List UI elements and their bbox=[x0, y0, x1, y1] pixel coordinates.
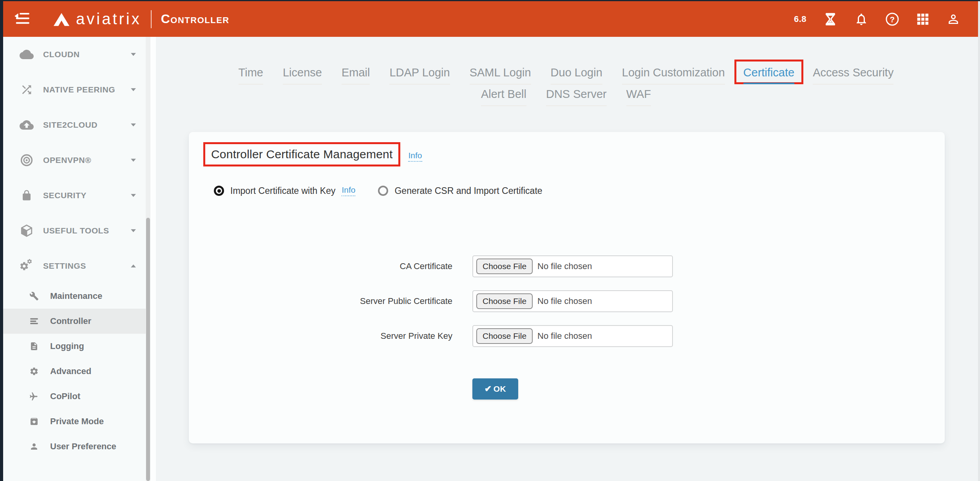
cloud-icon bbox=[19, 47, 34, 61]
settings-tabs-row-2: Alert Bell DNS Server WAF bbox=[156, 88, 976, 106]
choose-file-button[interactable]: Choose File bbox=[476, 293, 533, 309]
no-file-chosen-text: No file chosen bbox=[537, 331, 592, 341]
no-file-chosen-text: No file chosen bbox=[537, 261, 592, 271]
radio-generate-csr[interactable]: Generate CSR and Import Certificate bbox=[378, 186, 542, 196]
tab-ldap-login[interactable]: LDAP Login bbox=[389, 66, 450, 85]
sidebar-item-settings[interactable]: SETTINGS bbox=[3, 248, 146, 284]
chevron-down-icon bbox=[130, 52, 136, 56]
sidebar: CLOUDN NATIVE PEERING SITE2CLOUD bbox=[3, 37, 146, 481]
shuffle-icon bbox=[19, 83, 34, 96]
sidebar-item-logging[interactable]: Logging bbox=[3, 334, 146, 359]
sidebar-item-site2cloud[interactable]: SITE2CLOUD bbox=[3, 107, 146, 143]
tab-waf[interactable]: WAF bbox=[626, 88, 651, 106]
tab-license[interactable]: License bbox=[283, 66, 322, 85]
sidebar-item-advanced[interactable]: Advanced bbox=[3, 359, 146, 384]
settings-tabs-row-1: Time License Email LDAP Login SAML Login… bbox=[156, 60, 976, 85]
svg-text:?: ? bbox=[890, 15, 895, 24]
choose-file-button[interactable]: Choose File bbox=[476, 259, 533, 274]
panel-title-row: Controller Certificate Management Info bbox=[203, 142, 422, 166]
form-row-server-public-certificate: Server Public Certificate Choose File No… bbox=[189, 290, 945, 312]
ok-button-label: OK bbox=[494, 384, 506, 394]
tab-certificate[interactable]: Certificate bbox=[743, 66, 795, 84]
brand-divider bbox=[151, 10, 152, 28]
chevron-down-icon bbox=[130, 88, 136, 92]
brand-logo: aviatrix Controller bbox=[52, 10, 230, 28]
sidebar-item-useful-tools[interactable]: USEFUL TOOLS bbox=[3, 213, 146, 248]
brand-name: aviatrix bbox=[76, 10, 141, 28]
check-icon: ✔ bbox=[485, 384, 492, 394]
tab-access-security[interactable]: Access Security bbox=[813, 66, 893, 85]
radio-info-link[interactable]: Info bbox=[342, 185, 355, 196]
gear-icon bbox=[28, 367, 40, 376]
tab-alert-bell[interactable]: Alert Bell bbox=[481, 88, 526, 106]
topbar-actions: 6.8 ? bbox=[794, 12, 980, 26]
tab-saml-login[interactable]: SAML Login bbox=[470, 66, 531, 85]
sidebar-item-private-mode[interactable]: Private Mode bbox=[3, 409, 146, 434]
document-icon bbox=[28, 342, 40, 351]
bell-icon[interactable] bbox=[854, 12, 868, 26]
server-public-certificate-file-input[interactable]: Choose File No file chosen bbox=[472, 290, 673, 312]
page-scrollbar[interactable] bbox=[978, 1, 980, 481]
target-icon bbox=[19, 154, 34, 167]
window-frame-left bbox=[0, 0, 3, 481]
sidebar-item-controller[interactable]: Controller bbox=[3, 309, 146, 334]
sidebar-scrollbar[interactable] bbox=[146, 37, 150, 481]
sidebar-item-maintenance[interactable]: Maintenance bbox=[3, 284, 146, 309]
cube-icon bbox=[19, 224, 34, 237]
radio-import-certificate[interactable]: Import Certificate with Key Info bbox=[214, 185, 355, 196]
radio-selected-icon[interactable] bbox=[214, 186, 224, 196]
user-icon[interactable] bbox=[946, 12, 960, 26]
ca-certificate-label: CA Certificate bbox=[189, 261, 452, 271]
apps-grid-icon[interactable] bbox=[916, 13, 929, 26]
chevron-down-icon bbox=[130, 193, 136, 197]
product-name: Controller bbox=[161, 12, 230, 26]
chevron-down-icon bbox=[130, 158, 136, 162]
lock-icon bbox=[19, 190, 34, 201]
certificate-form: CA Certificate Choose File No file chose… bbox=[189, 255, 945, 347]
form-row-server-private-key: Server Private Key Choose File No file c… bbox=[189, 325, 945, 347]
tab-time[interactable]: Time bbox=[239, 66, 263, 85]
certificate-mode-radios: Import Certificate with Key Info Generat… bbox=[214, 185, 542, 196]
plane-icon bbox=[28, 391, 40, 401]
tab-duo-login[interactable]: Duo Login bbox=[551, 66, 602, 85]
annotation-box-certificate: Certificate bbox=[734, 60, 804, 84]
aviatrix-logo-icon bbox=[52, 11, 71, 27]
sidebar-item-security[interactable]: SECURITY bbox=[3, 178, 146, 213]
ca-certificate-file-input[interactable]: Choose File No file chosen bbox=[472, 255, 673, 277]
choose-file-button[interactable]: Choose File bbox=[476, 328, 533, 344]
sidebar-item-copilot[interactable]: CoPilot bbox=[3, 384, 146, 409]
app-window: aviatrix Controller 6.8 ? bbox=[0, 0, 980, 481]
help-icon[interactable]: ? bbox=[885, 12, 899, 26]
archive-icon bbox=[28, 417, 40, 426]
sidebar-item-native-peering[interactable]: NATIVE PEERING bbox=[3, 72, 146, 107]
menu-fold-icon bbox=[14, 12, 30, 27]
server-private-key-file-input[interactable]: Choose File No file chosen bbox=[472, 325, 673, 347]
no-file-chosen-text: No file chosen bbox=[537, 296, 592, 306]
form-row-ca-certificate: CA Certificate Choose File No file chose… bbox=[189, 255, 945, 277]
version-badge: 6.8 bbox=[794, 14, 806, 24]
sidebar-gap bbox=[150, 37, 156, 481]
gears-icon bbox=[19, 259, 34, 273]
sidebar-scrollbar-thumb[interactable] bbox=[146, 218, 150, 481]
server-private-key-label: Server Private Key bbox=[189, 331, 452, 341]
radio-unselected-icon[interactable] bbox=[378, 186, 388, 196]
tab-email[interactable]: Email bbox=[342, 66, 370, 85]
sidebar-toggle-button[interactable] bbox=[13, 11, 31, 27]
sidebar-item-user-preference[interactable]: User Preference bbox=[3, 434, 146, 459]
ok-button[interactable]: ✔ OK bbox=[472, 378, 518, 400]
window-frame-top bbox=[0, 0, 980, 1]
annotation-box-title: Controller Certificate Management bbox=[203, 142, 400, 166]
person-icon bbox=[28, 442, 40, 451]
list-icon bbox=[28, 316, 40, 326]
hourglass-icon[interactable] bbox=[823, 12, 837, 26]
cloud-upload-icon bbox=[19, 118, 34, 132]
top-bar: aviatrix Controller 6.8 ? bbox=[3, 1, 980, 37]
wrench-icon bbox=[28, 291, 40, 301]
sidebar-item-cloudn[interactable]: CLOUDN bbox=[3, 37, 146, 72]
tab-login-customization[interactable]: Login Customization bbox=[622, 66, 725, 85]
sidebar-item-openvpn[interactable]: OPENVPN® bbox=[3, 143, 146, 178]
tab-dns-server[interactable]: DNS Server bbox=[546, 88, 607, 106]
server-public-certificate-label: Server Public Certificate bbox=[189, 296, 452, 306]
title-info-link[interactable]: Info bbox=[408, 151, 422, 162]
certificate-panel: Controller Certificate Management Info I… bbox=[189, 132, 945, 443]
